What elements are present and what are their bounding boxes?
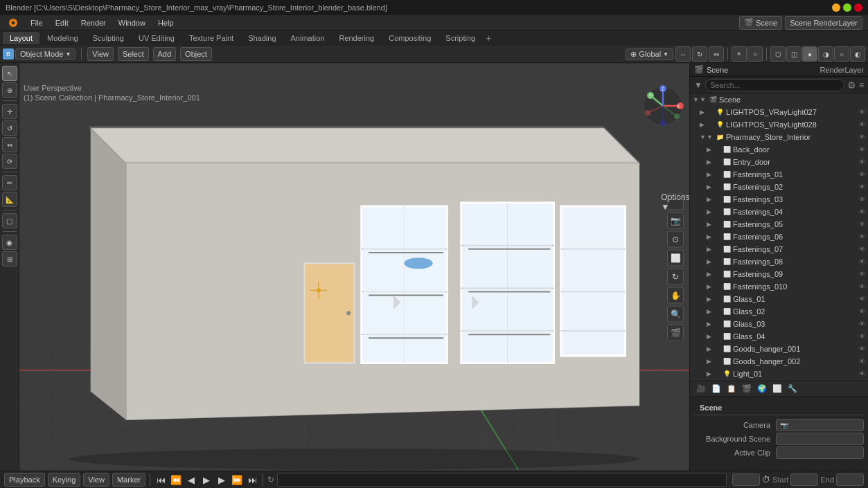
output-props-btn[interactable]: 📄 <box>709 383 723 395</box>
outliner-item[interactable]: ▼▼📁Pharmacy_Store_Interior👁 <box>690 131 868 143</box>
viewport-shading-rendered[interactable]: ○ <box>834 46 849 62</box>
outliner-item[interactable]: ▶⬜Entry_door👁 <box>690 156 868 168</box>
scale-tool-btn[interactable]: ⇔ <box>709 46 724 62</box>
visibility-eye-icon[interactable]: 👁 <box>859 146 865 153</box>
visibility-eye-icon[interactable]: 👁 <box>859 134 865 141</box>
menu-render[interactable]: Render <box>76 17 112 28</box>
tab-uv-editing[interactable]: UV Editing <box>132 32 181 44</box>
tab-scripting[interactable]: Scripting <box>439 32 482 44</box>
render-props-btn[interactable]: 🎥 <box>694 383 708 395</box>
keying-menu[interactable]: Keying <box>48 473 81 487</box>
tab-sculpting[interactable]: Sculpting <box>86 32 131 44</box>
zoom-to-fit-btn[interactable]: ⊙ <box>667 231 684 247</box>
timeline-ruler[interactable] <box>277 473 727 487</box>
tab-animation[interactable]: Animation <box>284 32 332 44</box>
visibility-eye-icon[interactable]: 👁 <box>859 258 865 265</box>
viewport-shading-solid[interactable]: ● <box>802 46 817 62</box>
background-scene-value[interactable] <box>776 433 864 445</box>
visibility-eye-icon[interactable]: 👁 <box>859 308 865 315</box>
outliner-item[interactable]: ▶⬜Fastenings_07👁 <box>690 243 868 255</box>
jump-start-btn[interactable]: ⏮ <box>154 473 167 486</box>
current-frame-input[interactable]: 1 <box>732 473 760 486</box>
orbit-btn[interactable]: ↻ <box>667 268 684 284</box>
origin-tool[interactable]: ◉ <box>2 235 17 250</box>
visibility-eye-icon[interactable]: 👁 <box>859 283 865 290</box>
camera-view-btn[interactable]: 📷 <box>667 212 684 228</box>
select-tool[interactable]: ↖ <box>2 66 17 81</box>
viewport-gizmo[interactable]: X Y Z <box>642 85 684 127</box>
visibility-eye-icon[interactable]: 👁 <box>859 333 865 340</box>
outliner-item[interactable]: ▶💡LIGHTPOS_VRayLight027👁 <box>690 106 868 118</box>
tab-modeling[interactable]: Modeling <box>40 32 85 44</box>
visibility-eye-icon[interactable]: 👁 <box>859 171 865 178</box>
outliner-item[interactable]: ▶⬜Goods_hanger_001👁 <box>690 343 868 355</box>
outliner-item[interactable]: ▶💡LIGHTPOS_VRayLight028👁 <box>690 118 868 131</box>
tab-layout[interactable]: Layout <box>3 32 39 44</box>
visibility-eye-icon[interactable]: 👁 <box>859 345 865 352</box>
visibility-eye-icon[interactable]: 👁 <box>859 320 865 327</box>
active-clip-value[interactable] <box>776 446 864 459</box>
view-menu[interactable]: View <box>87 47 114 61</box>
viewport-3d[interactable]: User Perspective (1) Scene Collection | … <box>19 63 689 471</box>
visibility-eye-icon[interactable]: 👁 <box>859 208 865 215</box>
annotate-tool[interactable]: ✏ <box>2 175 17 190</box>
toggle-camera-btn[interactable]: 🎬 <box>667 324 684 341</box>
tab-texture-paint[interactable]: Texture Paint <box>182 32 240 44</box>
outliner-item[interactable]: ▶💡Light_01👁 <box>690 368 868 380</box>
outliner-item[interactable]: ▶⬜Back_door👁 <box>690 143 868 156</box>
snap-btn[interactable]: ⌖ <box>732 46 747 62</box>
select-menu[interactable]: Select <box>118 47 149 61</box>
visibility-eye-icon[interactable]: 👁 <box>859 370 865 377</box>
viewport-shading-material[interactable]: ◑ <box>818 46 833 62</box>
object-data-tool[interactable]: ⊞ <box>2 251 17 266</box>
jump-prev-keyframe-btn[interactable]: ⏪ <box>170 473 182 486</box>
menu-help[interactable]: Help <box>152 17 179 28</box>
tab-rendering[interactable]: Rendering <box>332 32 381 44</box>
rotate-tool[interactable]: ↺ <box>2 120 17 136</box>
options-btn[interactable]: Options ▼ <box>667 193 684 210</box>
world-props-btn[interactable]: 🌍 <box>755 383 769 395</box>
visibility-eye-icon[interactable]: 👁 <box>859 196 865 203</box>
tab-compositing[interactable]: Compositing <box>382 32 438 44</box>
visibility-eye-icon[interactable]: 👁 <box>859 233 865 240</box>
rotate-tool-btn[interactable]: ↻ <box>692 46 707 62</box>
pan-btn[interactable]: ✋ <box>667 287 684 303</box>
outliner-filter-icon[interactable]: ≡ <box>859 80 864 90</box>
visibility-eye-icon[interactable]: 👁 <box>859 159 865 165</box>
visibility-eye-icon[interactable]: 👁 <box>859 121 865 128</box>
add-workspace-btn[interactable]: + <box>486 33 491 44</box>
outliner-item[interactable]: ▶⬜Fastenings_04👁 <box>690 206 868 218</box>
visibility-eye-icon[interactable]: 👁 <box>859 221 865 228</box>
maximize-btn[interactable] <box>843 3 851 12</box>
object-menu[interactable]: Object <box>180 47 212 61</box>
grab-tool[interactable]: ↔ <box>675 46 691 62</box>
proportional-edit-btn[interactable]: ○ <box>747 46 763 62</box>
jump-end-btn[interactable]: ⏭ <box>246 473 258 486</box>
cursor-tool[interactable]: ⊕ <box>2 82 17 98</box>
play-btn[interactable]: ▶ <box>200 473 213 486</box>
visibility-eye-icon[interactable]: 👁 <box>859 109 865 116</box>
minimize-btn[interactable] <box>832 3 840 12</box>
menu-blender[interactable] <box>3 16 24 28</box>
visibility-eye-icon[interactable]: 👁 <box>859 271 865 278</box>
visibility-eye-icon[interactable]: 👁 <box>859 246 865 253</box>
transform-tool[interactable]: ⟳ <box>2 154 17 169</box>
outliner-item[interactable]: ▼▼🎬Scene <box>690 93 868 106</box>
outliner-item[interactable]: ▶⬜Fastenings_06👁 <box>690 231 868 243</box>
render-layer-selector[interactable]: SceneRenderLayer <box>785 16 862 30</box>
start-frame-input[interactable]: 1 <box>790 473 818 486</box>
tab-shading[interactable]: Shading <box>241 32 283 44</box>
view-layer-props-btn[interactable]: 📋 <box>725 383 738 395</box>
menu-file[interactable]: File <box>25 17 48 28</box>
jump-next-keyframe-btn[interactable]: ⏩ <box>231 473 243 486</box>
outliner-search-input[interactable] <box>705 79 844 91</box>
outliner-item[interactable]: ▶⬜Glass_03👁 <box>690 318 868 330</box>
viewport-shading-lookdev[interactable]: ◐ <box>850 46 865 62</box>
outliner-item[interactable]: ▶⬜Fastenings_03👁 <box>690 193 868 206</box>
step-back-btn[interactable]: ◀ <box>185 473 197 486</box>
outliner-item[interactable]: ▶⬜Glass_01👁 <box>690 293 868 305</box>
outliner-item[interactable]: ▶⬜Fastenings_01👁 <box>690 168 868 181</box>
outliner-item[interactable]: ▶⬜Fastenings_05👁 <box>690 218 868 231</box>
modifier-props-btn[interactable]: 🔧 <box>786 383 799 395</box>
outliner-item[interactable]: ▶⬜Fastenings_010👁 <box>690 280 868 293</box>
